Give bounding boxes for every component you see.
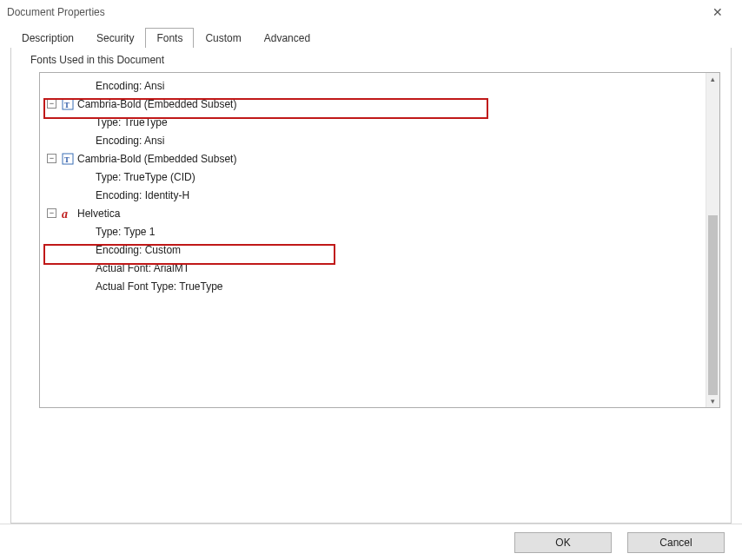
window-title: Document Properties: [7, 6, 700, 18]
tab-advanced[interactable]: Advanced: [253, 28, 321, 48]
cancel-button[interactable]: Cancel: [627, 532, 725, 553]
tree-node-cambria2[interactable]: − T Cambria-Bold (Embedded Subset): [43, 149, 706, 168]
tree-node-helvetica[interactable]: − a Helvetica: [43, 204, 706, 222]
tree-detail: Encoding: Ansi: [43, 76, 706, 95]
fieldset-legend: Fonts Used in this Document: [27, 54, 168, 66]
tree-node-cambria1[interactable]: − T Cambria-Bold (Embedded Subset): [43, 95, 706, 113]
svg-text:T: T: [64, 155, 70, 164]
tab-security[interactable]: Security: [85, 28, 145, 48]
ok-button[interactable]: OK: [514, 532, 612, 553]
tab-fonts[interactable]: Fonts: [145, 28, 194, 48]
collapse-icon[interactable]: −: [47, 154, 56, 163]
collapse-icon[interactable]: −: [47, 208, 56, 218]
tree-detail: Encoding: Custom: [43, 240, 706, 259]
font-tree-container: Encoding: Ansi − T Cambria-Bold (Embedde…: [39, 72, 720, 408]
tree-detail: Type: TrueType: [43, 113, 706, 131]
tabs: Description Security Fonts Custom Advanc…: [0, 24, 742, 48]
scroll-thumb[interactable]: [708, 215, 718, 395]
tree-detail: Encoding: Ansi: [43, 131, 706, 149]
truetype-font-icon: T: [62, 153, 74, 165]
tree-node-label: Helvetica: [77, 208, 120, 220]
dialog-footer: OK Cancel: [0, 524, 742, 560]
svg-text:T: T: [64, 101, 70, 109]
truetype-font-icon: T: [62, 98, 74, 110]
scroll-down-icon[interactable]: ▾: [711, 395, 715, 407]
panel-fonts: Fonts Used in this Document Encoding: An…: [10, 48, 732, 524]
scroll-up-icon[interactable]: ▴: [711, 73, 715, 85]
type1-font-icon: a: [62, 208, 74, 220]
tree-node-label: Cambria-Bold (Embedded Subset): [77, 153, 236, 165]
close-icon[interactable]: ✕: [700, 0, 735, 24]
collapse-icon[interactable]: −: [47, 99, 56, 109]
vertical-scrollbar[interactable]: ▴ ▾: [706, 73, 719, 407]
svg-text:a: a: [62, 208, 68, 220]
tree-detail: Type: Type 1: [43, 222, 706, 240]
tree-node-label: Cambria-Bold (Embedded Subset): [77, 98, 236, 110]
tree-detail: Actual Font: ArialMT: [43, 259, 706, 277]
scroll-track[interactable]: [706, 85, 719, 395]
tab-description[interactable]: Description: [10, 28, 85, 48]
font-tree: Encoding: Ansi − T Cambria-Bold (Embedde…: [40, 73, 706, 407]
tab-custom[interactable]: Custom: [194, 28, 252, 48]
tree-detail: Actual Font Type: TrueType: [43, 277, 706, 295]
titlebar: Document Properties ✕: [0, 0, 742, 24]
tree-detail: Type: TrueType (CID): [43, 168, 706, 186]
tree-detail: Encoding: Identity-H: [43, 186, 706, 204]
